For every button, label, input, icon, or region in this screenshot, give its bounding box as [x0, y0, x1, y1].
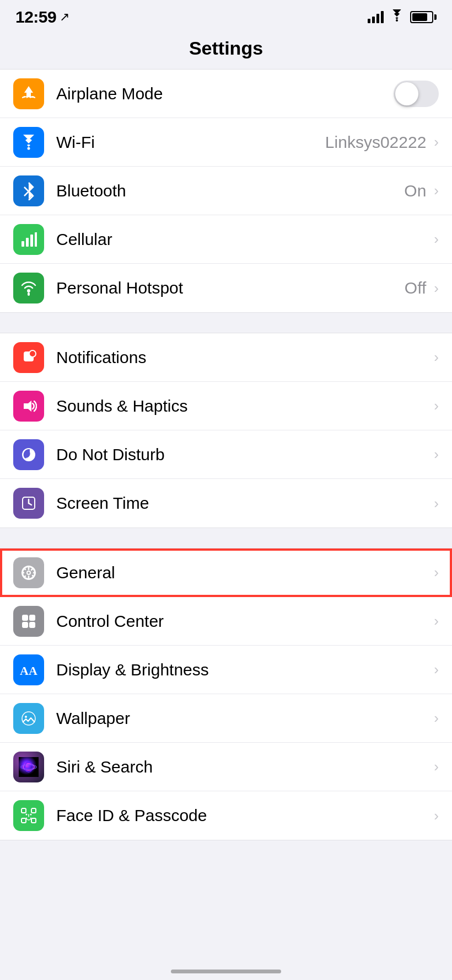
group-spacer-1 [0, 313, 452, 333]
svg-rect-9 [28, 292, 30, 296]
screen-time-label: Screen Time [56, 494, 432, 513]
svg-line-3 [24, 191, 29, 196]
do-not-disturb-row[interactable]: Do Not Disturb › [0, 430, 452, 479]
svg-rect-33 [21, 818, 26, 823]
svg-point-1 [28, 147, 30, 150]
general-row[interactable]: General › [0, 548, 452, 597]
general-icon [13, 557, 44, 588]
bluetooth-value: On [404, 182, 426, 200]
general-chevron-icon: › [434, 564, 439, 581]
do-not-disturb-icon [13, 439, 44, 470]
wallpaper-chevron-icon: › [434, 710, 439, 727]
svg-point-19 [28, 572, 30, 574]
svg-rect-4 [21, 241, 24, 247]
notifications-chevron-icon: › [434, 349, 439, 366]
wifi-row[interactable]: Wi-Fi Linksys02222 › [0, 118, 452, 167]
airplane-mode-toggle[interactable] [394, 81, 439, 107]
group-spacer-2 [0, 528, 452, 548]
svg-rect-7 [35, 232, 37, 247]
svg-point-26 [25, 716, 27, 718]
svg-rect-20 [22, 615, 28, 621]
svg-rect-34 [31, 818, 36, 823]
sounds-row[interactable]: Sounds & Haptics › [0, 382, 452, 430]
svg-point-12 [30, 351, 35, 356]
notifications-label: Notifications [56, 348, 432, 367]
siri-icon [13, 752, 44, 782]
svg-rect-31 [21, 808, 26, 813]
display-brightness-label: Display & Brightness [56, 661, 432, 679]
cellular-icon [13, 224, 44, 255]
wifi-label: Wi-Fi [56, 133, 325, 152]
connectivity-group: Airplane Mode Wi-Fi Linksys02222 › [0, 69, 452, 313]
siri-search-row[interactable]: Siri & Search › [0, 743, 452, 791]
control-center-icon [13, 606, 44, 637]
svg-line-2 [24, 187, 29, 191]
svg-marker-13 [24, 401, 31, 412]
sounds-label: Sounds & Haptics [56, 397, 432, 416]
cellular-chevron-icon: › [434, 231, 439, 248]
svg-line-16 [29, 503, 31, 505]
battery-icon [410, 11, 437, 23]
svg-rect-21 [29, 615, 35, 621]
status-bar: 12:59 ↗ [0, 0, 452, 32]
wallpaper-icon [13, 703, 44, 734]
airplane-mode-icon [13, 78, 44, 109]
screen-time-chevron-icon: › [434, 495, 439, 512]
location-icon: ↗ [60, 10, 69, 24]
svg-text:AA: AA [20, 664, 37, 678]
notifications-group: Notifications › Sounds & Haptics › Do No… [0, 333, 452, 528]
do-not-disturb-label: Do Not Disturb [56, 445, 432, 464]
home-indicator [171, 970, 281, 973]
svg-point-25 [22, 712, 35, 725]
page-title: Settings [0, 32, 452, 69]
hotspot-row[interactable]: Personal Hotspot Off › [0, 264, 452, 312]
airplane-mode-row[interactable]: Airplane Mode [0, 70, 452, 118]
airplane-mode-label: Airplane Mode [56, 84, 394, 103]
wifi-value: Linksys02222 [325, 133, 426, 152]
bluetooth-chevron-icon: › [434, 182, 439, 199]
bluetooth-icon [13, 175, 44, 206]
control-center-chevron-icon: › [434, 612, 439, 630]
hotspot-icon [13, 273, 44, 303]
svg-point-36 [30, 814, 32, 816]
wifi-chevron-icon: › [434, 134, 439, 151]
siri-search-chevron-icon: › [434, 758, 439, 775]
cellular-label: Cellular [56, 230, 432, 249]
cellular-row[interactable]: Cellular › [0, 215, 452, 264]
status-time: 12:59 [15, 8, 56, 26]
screen-time-icon [13, 488, 44, 519]
svg-rect-6 [30, 235, 33, 247]
display-brightness-chevron-icon: › [434, 661, 439, 678]
bluetooth-label: Bluetooth [56, 182, 404, 200]
wifi-status-icon [389, 9, 405, 25]
svg-point-8 [27, 289, 30, 292]
notifications-row[interactable]: Notifications › [0, 333, 452, 382]
do-not-disturb-chevron-icon: › [434, 446, 439, 463]
face-id-label: Face ID & Passcode [56, 806, 432, 825]
svg-rect-22 [22, 622, 28, 628]
hotspot-value: Off [405, 279, 426, 297]
wifi-icon [13, 127, 44, 158]
bluetooth-row[interactable]: Bluetooth On › [0, 167, 452, 215]
wallpaper-row[interactable]: Wallpaper › [0, 694, 452, 743]
control-center-row[interactable]: Control Center › [0, 597, 452, 646]
screen-time-row[interactable]: Screen Time › [0, 479, 452, 528]
general-label: General [56, 563, 432, 582]
display-brightness-row[interactable]: AA Display & Brightness › [0, 646, 452, 694]
face-id-chevron-icon: › [434, 807, 439, 824]
svg-rect-32 [31, 808, 36, 813]
sounds-chevron-icon: › [434, 397, 439, 414]
svg-point-35 [26, 814, 28, 816]
signal-strength [368, 11, 384, 23]
hotspot-label: Personal Hotspot [56, 279, 405, 297]
svg-rect-27 [19, 757, 39, 777]
hotspot-chevron-icon: › [434, 280, 439, 297]
wallpaper-label: Wallpaper [56, 709, 432, 728]
sounds-icon [13, 391, 44, 422]
siri-search-label: Siri & Search [56, 758, 432, 776]
display-brightness-icon: AA [13, 654, 44, 685]
notifications-icon [13, 342, 44, 373]
control-center-label: Control Center [56, 612, 432, 631]
svg-rect-5 [26, 238, 29, 247]
face-id-row[interactable]: Face ID & Passcode › [0, 791, 452, 840]
